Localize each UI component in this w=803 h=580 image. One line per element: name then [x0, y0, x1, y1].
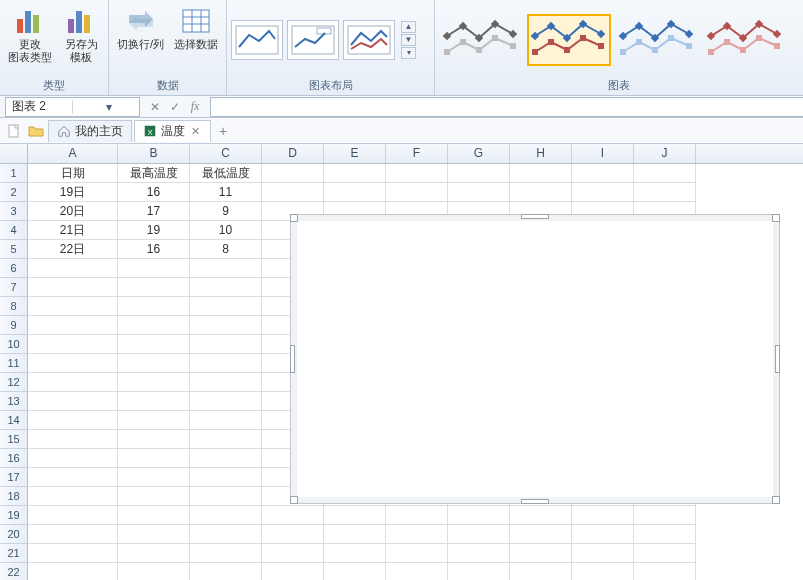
cell[interactable] [28, 259, 118, 278]
chart-style-2[interactable] [527, 14, 611, 66]
cell[interactable] [572, 544, 634, 563]
cell[interactable] [572, 506, 634, 525]
cell[interactable] [190, 373, 262, 392]
cell[interactable] [118, 430, 190, 449]
resize-handle[interactable] [521, 499, 549, 504]
cell[interactable] [118, 525, 190, 544]
cell[interactable] [510, 183, 572, 202]
cell[interactable] [190, 449, 262, 468]
cell[interactable] [510, 525, 572, 544]
column-header[interactable]: G [448, 144, 510, 163]
cell[interactable] [28, 544, 118, 563]
cell[interactable] [118, 563, 190, 580]
column-header[interactable]: J [634, 144, 696, 163]
tab-temperature[interactable]: X 温度 ✕ [134, 120, 211, 142]
select-data-button[interactable]: 选择数据 [170, 2, 222, 54]
resize-handle[interactable] [290, 345, 295, 373]
resize-handle[interactable] [290, 496, 298, 504]
row-header[interactable]: 19 [0, 506, 28, 525]
cell[interactable] [190, 525, 262, 544]
cell[interactable] [118, 373, 190, 392]
row-header[interactable]: 10 [0, 335, 28, 354]
row-header[interactable]: 20 [0, 525, 28, 544]
chart-layout-2[interactable] [287, 20, 339, 60]
cell[interactable] [324, 563, 386, 580]
column-header[interactable]: B [118, 144, 190, 163]
cell[interactable] [118, 335, 190, 354]
cell[interactable] [118, 506, 190, 525]
chart-layout-3[interactable] [343, 20, 395, 60]
cell[interactable] [386, 525, 448, 544]
cell[interactable]: 10 [190, 221, 262, 240]
cell[interactable] [634, 183, 696, 202]
cell[interactable] [634, 544, 696, 563]
cell[interactable] [262, 506, 324, 525]
column-header[interactable]: H [510, 144, 572, 163]
cell[interactable] [190, 316, 262, 335]
chart-style-3[interactable] [615, 14, 699, 66]
resize-handle[interactable] [772, 214, 780, 222]
cell[interactable]: 19日 [28, 183, 118, 202]
row-header[interactable]: 13 [0, 392, 28, 411]
cell[interactable] [28, 449, 118, 468]
cell[interactable] [448, 183, 510, 202]
cell[interactable] [190, 506, 262, 525]
cell[interactable] [118, 411, 190, 430]
cell[interactable] [28, 354, 118, 373]
cell[interactable] [324, 506, 386, 525]
tab-my-homepage[interactable]: 我的主页 [48, 120, 132, 142]
column-header[interactable]: I [572, 144, 634, 163]
cell[interactable]: 19 [118, 221, 190, 240]
select-all-corner[interactable] [0, 144, 28, 163]
row-header[interactable]: 3 [0, 202, 28, 221]
column-header[interactable]: C [190, 144, 262, 163]
chart-style-1[interactable] [439, 14, 523, 66]
row-header[interactable]: 7 [0, 278, 28, 297]
cell[interactable] [28, 373, 118, 392]
chart-object[interactable] [290, 214, 780, 504]
row-header[interactable]: 11 [0, 354, 28, 373]
row-header[interactable]: 2 [0, 183, 28, 202]
cell[interactable] [190, 563, 262, 580]
cell[interactable] [28, 468, 118, 487]
cell[interactable] [634, 525, 696, 544]
cell[interactable] [118, 354, 190, 373]
cell[interactable] [448, 544, 510, 563]
cell[interactable] [190, 392, 262, 411]
cell[interactable] [28, 392, 118, 411]
cell[interactable] [190, 411, 262, 430]
cell[interactable] [190, 354, 262, 373]
cell[interactable]: 20日 [28, 202, 118, 221]
row-header[interactable]: 8 [0, 297, 28, 316]
resize-handle[interactable] [521, 214, 549, 219]
cell[interactable] [190, 544, 262, 563]
chevron-down-icon[interactable]: ▾ [72, 100, 139, 114]
cell[interactable] [262, 164, 324, 183]
cell[interactable] [190, 259, 262, 278]
cell[interactable] [118, 316, 190, 335]
cell[interactable] [324, 544, 386, 563]
cell[interactable] [262, 544, 324, 563]
cell[interactable] [118, 487, 190, 506]
cell[interactable] [28, 563, 118, 580]
cell[interactable] [28, 487, 118, 506]
column-header[interactable]: E [324, 144, 386, 163]
cell[interactable]: 16 [118, 183, 190, 202]
cell[interactable] [634, 563, 696, 580]
cell[interactable] [510, 544, 572, 563]
row-header[interactable]: 12 [0, 373, 28, 392]
save-as-template-button[interactable]: 另存为 模板 [58, 2, 104, 67]
cell[interactable] [510, 563, 572, 580]
cell[interactable] [28, 430, 118, 449]
close-icon[interactable]: ✕ [189, 125, 202, 138]
cell[interactable] [262, 563, 324, 580]
cell[interactable] [572, 563, 634, 580]
cell[interactable] [572, 183, 634, 202]
row-header[interactable]: 22 [0, 563, 28, 580]
column-header[interactable]: F [386, 144, 448, 163]
cell[interactable] [28, 411, 118, 430]
resize-handle[interactable] [290, 214, 298, 222]
cell[interactable] [118, 278, 190, 297]
cell[interactable] [572, 164, 634, 183]
layout-expand[interactable]: ▾ [401, 47, 416, 59]
